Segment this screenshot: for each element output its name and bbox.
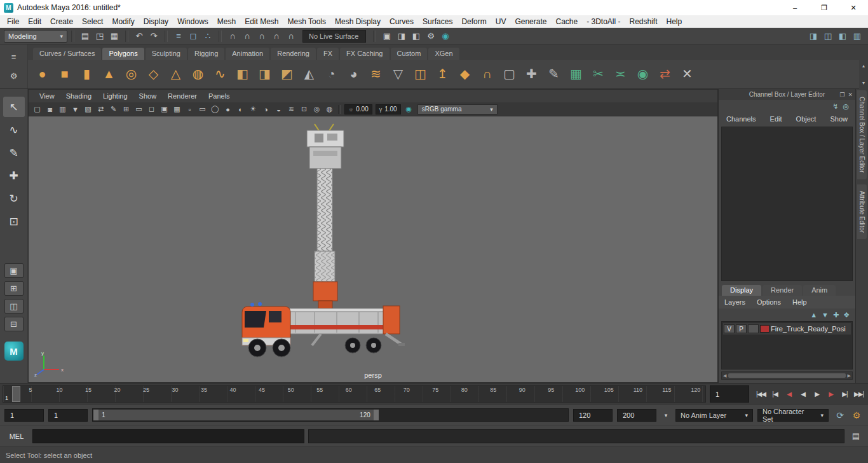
step-forward-key-button[interactable]: ▶ xyxy=(824,387,837,401)
ambient-occlusion-icon[interactable]: ◒ xyxy=(273,104,285,115)
pop-out-panel-icon[interactable]: ❐ xyxy=(839,92,844,98)
channel-box-layer-editor-tab[interactable]: Channel Box / Layer Editor xyxy=(857,90,867,179)
menu-item[interactable]: Surfaces xyxy=(418,15,457,27)
target-weld-icon[interactable]: ◉ xyxy=(632,63,653,85)
animation-end-field[interactable]: 200 xyxy=(617,409,656,422)
layer-color-swatch[interactable] xyxy=(760,325,770,333)
boolean-intersection-icon[interactable]: ◕ xyxy=(343,63,364,85)
snap-to-curve-icon[interactable]: ∩ xyxy=(240,30,254,43)
lasso-tool[interactable]: ∿ xyxy=(3,120,25,140)
resolution-gate-icon[interactable]: ◻ xyxy=(146,104,158,115)
grease-pencil-icon[interactable]: ✎ xyxy=(107,104,119,115)
ipr-render-icon[interactable]: ◧ xyxy=(409,30,423,43)
time-slider-track[interactable]: 5101520253035404550556065707580859095100… xyxy=(3,385,706,403)
layer-row[interactable]: V P Fire_Truck_Ready_Posi xyxy=(723,323,851,335)
viewport-canvas[interactable]: y x z persp xyxy=(29,116,717,382)
menu-item[interactable]: Select xyxy=(78,15,107,27)
play-backwards-button[interactable]: ◀ xyxy=(796,387,810,401)
animation-preferences-icon[interactable]: ⚙ xyxy=(850,409,864,422)
menu-item[interactable]: Redshift xyxy=(625,15,662,27)
camera-attributes-icon[interactable]: ▥ xyxy=(57,104,69,115)
gate-mask-icon[interactable]: ▣ xyxy=(158,104,170,115)
shelf-tab[interactable]: FX Caching xyxy=(340,48,389,60)
range-end-handle[interactable] xyxy=(374,410,379,420)
boolean-difference-icon[interactable]: ◔ xyxy=(321,63,342,85)
menu-item[interactable]: UV xyxy=(491,15,511,27)
isolate-select-icon[interactable]: ◎ xyxy=(311,104,323,115)
wireframe-icon[interactable]: ◯ xyxy=(209,104,221,115)
snap-to-grid-icon[interactable]: ∩ xyxy=(226,30,240,43)
channel-box-menu-item[interactable]: Object xyxy=(796,115,817,123)
quad-draw-icon[interactable]: ▦ xyxy=(566,63,587,85)
new-scene-icon[interactable]: ▤ xyxy=(78,30,92,43)
channel-list-area[interactable] xyxy=(721,127,853,281)
single-pane-layout-button[interactable]: ▣ xyxy=(4,263,24,278)
shelf-tab[interactable]: Animation xyxy=(226,48,269,60)
move-tool[interactable]: ✚ xyxy=(3,165,25,186)
poly-helix-icon[interactable]: ∿ xyxy=(210,63,231,85)
create-layer-from-selected-icon[interactable]: ❖ xyxy=(843,311,850,319)
shelf-gear-icon[interactable]: ⚙ xyxy=(7,70,21,83)
render-view-icon[interactable]: ▣ xyxy=(380,30,394,43)
extrude-icon[interactable]: ↥ xyxy=(432,63,453,85)
range-start-handle[interactable] xyxy=(93,410,98,420)
two-d-pan-zoom-icon[interactable]: ⇄ xyxy=(95,104,107,115)
mel-command-input[interactable] xyxy=(32,429,304,443)
menu-item[interactable]: Modify xyxy=(107,15,139,27)
poly-cube-icon[interactable]: ■ xyxy=(54,63,75,85)
maya-logo-icon[interactable]: M xyxy=(4,342,24,361)
smooth-icon[interactable]: ≋ xyxy=(365,63,386,85)
create-empty-layer-icon[interactable]: ✚ xyxy=(833,311,839,319)
fill-hole-icon[interactable]: ▢ xyxy=(499,63,520,85)
hypershade-persp-layout-button[interactable]: ⊟ xyxy=(4,317,24,331)
scroll-right-icon[interactable]: ▶ xyxy=(848,373,851,378)
undo-icon[interactable]: ↶ xyxy=(132,30,146,43)
menu-item[interactable]: Generate xyxy=(510,15,551,27)
character-set-dropdown[interactable]: No Character Set ▾ xyxy=(757,409,829,422)
range-slider[interactable]: 1 120 xyxy=(92,408,569,422)
fire-truck-model[interactable] xyxy=(219,121,410,363)
channel-box-toggle-icon[interactable]: ▥ xyxy=(850,30,864,43)
menu-item[interactable]: Create xyxy=(46,15,78,27)
exposure-field[interactable]: ☼ 0.00 xyxy=(344,104,372,114)
auto-keyframe-toggle-icon[interactable]: ⟳ xyxy=(833,409,847,422)
layer-editor-menu-item[interactable]: Options xyxy=(751,298,787,306)
bridge-icon[interactable]: ∩ xyxy=(477,63,498,85)
channel-box-menu-item[interactable]: Show xyxy=(830,115,848,123)
menu-item[interactable]: Curves xyxy=(385,15,418,27)
rotate-tool[interactable]: ↻ xyxy=(3,188,25,209)
image-plane-icon[interactable]: ▧ xyxy=(82,104,94,115)
playback-start-field[interactable]: 1 xyxy=(48,409,88,422)
snap-to-view-plane-icon[interactable]: ∩ xyxy=(284,30,298,43)
four-pane-layout-button[interactable]: ⊞ xyxy=(4,281,24,296)
shelf-tab[interactable]: Rendering xyxy=(271,48,316,60)
hypershade-icon[interactable]: ◉ xyxy=(438,30,452,43)
scrollbar-thumb[interactable] xyxy=(728,373,845,378)
motion-blur-icon[interactable]: ≋ xyxy=(285,104,297,115)
gamma-field[interactable]: γ 1.00 xyxy=(376,104,401,114)
close-panel-icon[interactable]: ✕ xyxy=(848,92,853,98)
channel-settings-icon[interactable]: ◎ xyxy=(843,102,849,111)
shelf-tab[interactable]: Rigging xyxy=(188,48,224,60)
layer-editor-tab[interactable]: Display xyxy=(722,285,761,296)
layer-name[interactable]: Fire_Truck_Ready_Posi xyxy=(771,325,850,333)
viewport-menu-item[interactable]: Lighting xyxy=(97,92,133,100)
layer-editor-tab[interactable]: Anim xyxy=(803,285,836,296)
colorspace-dropdown[interactable]: sRGB gamma ▾ xyxy=(417,104,498,114)
xray-icon[interactable]: ◍ xyxy=(323,104,336,115)
move-layer-up-icon[interactable]: ▲ xyxy=(810,311,817,319)
shelf-tab[interactable]: FX xyxy=(317,48,339,60)
modeling-toolkit-toggle-icon[interactable]: ◨ xyxy=(806,30,820,43)
menu-item[interactable]: Windows xyxy=(173,15,213,27)
mirror-icon[interactable]: ◫ xyxy=(410,63,431,85)
anim-layer-dropdown[interactable]: No Anim Layer ▾ xyxy=(675,409,753,422)
layer-horizontal-scrollbar[interactable]: ◀ ▶ xyxy=(721,371,853,380)
persp-outliner-layout-button[interactable]: ◫ xyxy=(4,299,24,314)
scale-tool[interactable]: ⊡ xyxy=(3,211,25,232)
shadows-icon[interactable]: ◑ xyxy=(260,104,272,115)
paint-selection-tool[interactable]: ✎ xyxy=(3,142,25,163)
close-button[interactable]: ✕ xyxy=(839,0,868,15)
command-result-field[interactable] xyxy=(308,429,844,443)
step-forward-frame-button[interactable]: ▶| xyxy=(838,387,851,401)
channel-box-menu-item[interactable]: Channels xyxy=(726,115,756,123)
